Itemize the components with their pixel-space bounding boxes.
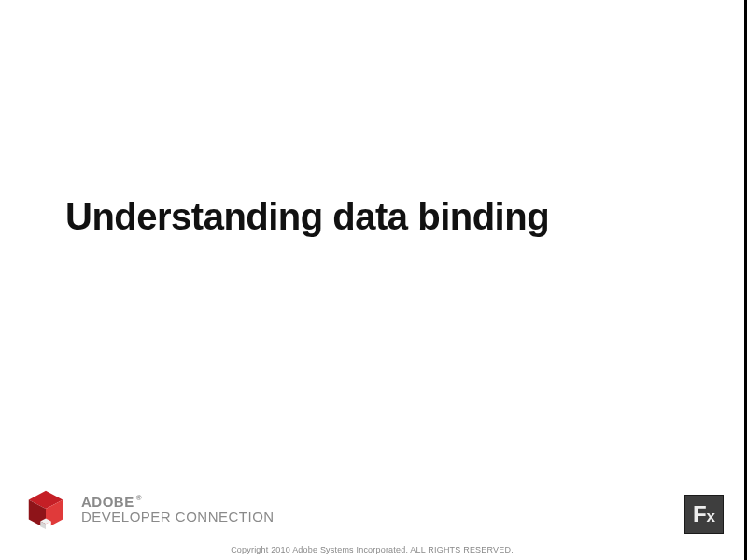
adobe-logo-text: ADOBE® DEVELOPER CONNECTION (81, 495, 275, 525)
slide: Understanding data binding ADOBE® (0, 0, 747, 560)
slide-footer: ADOBE® DEVELOPER CONNECTION Fx Copyright… (0, 471, 744, 560)
brand-name: ADOBE (81, 494, 134, 510)
adobe-logo-block: ADOBE® DEVELOPER CONNECTION (23, 487, 275, 532)
flex-badge-label: Fx (693, 501, 715, 527)
registered-mark: ® (136, 494, 142, 502)
slide-title: Understanding data binding (65, 196, 549, 238)
copyright-text: Copyright 2010 Adobe Systems Incorporate… (0, 545, 744, 554)
adobe-cube-icon (23, 487, 68, 532)
brand-subtitle: DEVELOPER CONNECTION (81, 510, 275, 525)
flex-badge: Fx (684, 495, 724, 534)
